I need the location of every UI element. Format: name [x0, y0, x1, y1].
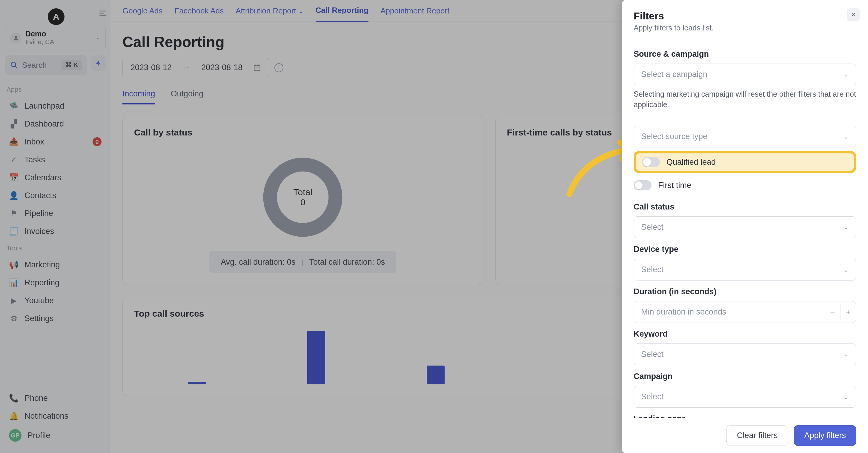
source-type-select[interactable]: Select source type ⌄ — [633, 126, 856, 148]
drawer-subtitle: Apply filters to leads list. — [633, 24, 714, 32]
campaign-filter-label: Campaign — [633, 372, 856, 381]
select-placeholder: Select — [641, 350, 663, 359]
duration-label: Duration (in seconds) — [633, 287, 856, 296]
first-time-toggle[interactable] — [633, 180, 652, 190]
clear-filters-button[interactable]: Clear filters — [726, 425, 788, 446]
qualified-lead-label: Qualified lead — [666, 158, 716, 167]
duration-input-wrapper: − + — [633, 301, 856, 323]
close-icon — [850, 12, 856, 18]
close-button[interactable] — [847, 8, 860, 21]
select-placeholder: Select a campaign — [641, 70, 707, 79]
chevron-down-icon: ⌄ — [843, 71, 848, 78]
select-placeholder: Select — [641, 392, 663, 401]
keyword-label: Keyword — [633, 329, 856, 339]
device-type-select[interactable]: Select ⌄ — [633, 259, 856, 281]
drawer-title: Filters — [633, 10, 714, 22]
decrement-button[interactable]: − — [825, 304, 840, 320]
chevron-down-icon: ⌄ — [843, 393, 848, 401]
filters-drawer: Filters Apply filters to leads list. Sou… — [622, 0, 868, 453]
first-time-label: First time — [658, 181, 691, 190]
divider — [633, 119, 856, 119]
campaign-filter-select[interactable]: Select ⌄ — [633, 386, 856, 408]
chevron-down-icon: ⌄ — [843, 351, 848, 358]
device-type-label: Device type — [633, 245, 856, 254]
qualified-lead-highlight: Qualified lead — [633, 151, 856, 173]
source-campaign-label: Source & campaign — [633, 50, 856, 59]
call-status-select[interactable]: Select ⌄ — [633, 216, 856, 238]
chevron-down-icon: ⌄ — [843, 133, 848, 140]
campaign-select[interactable]: Select a campaign ⌄ — [633, 64, 856, 85]
chevron-down-icon: ⌄ — [843, 224, 848, 231]
qualified-lead-toggle[interactable] — [642, 157, 660, 167]
apply-filters-button[interactable]: Apply filters — [794, 425, 856, 446]
select-placeholder: Select — [641, 265, 663, 274]
chevron-down-icon: ⌄ — [843, 266, 848, 273]
campaign-helper-text: Selecting marketing campaign will reset … — [633, 89, 856, 110]
call-status-label: Call status — [633, 202, 856, 212]
landing-page-label: Landing page — [633, 414, 856, 418]
keyword-select[interactable]: Select ⌄ — [633, 344, 856, 365]
select-placeholder: Select source type — [641, 132, 707, 141]
select-placeholder: Select — [641, 223, 663, 232]
duration-input[interactable] — [634, 301, 825, 323]
increment-button[interactable]: + — [840, 304, 856, 320]
